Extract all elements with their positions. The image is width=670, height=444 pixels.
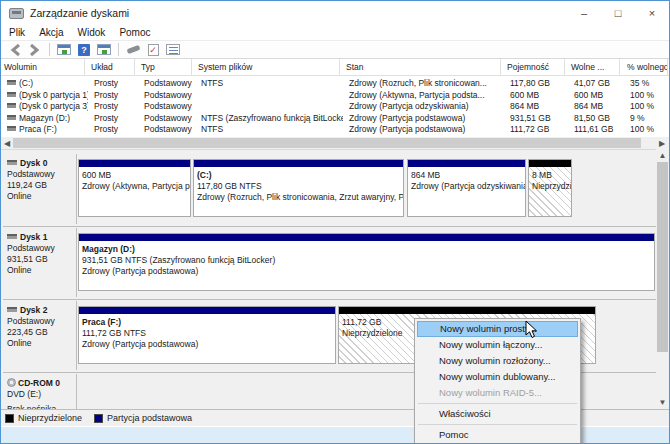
cell-wolumin: (Dysk 0 partycja 1) (4, 90, 88, 102)
disk-label-box[interactable]: Dysk 1Podstawowy931,51 GBOnline (3, 228, 77, 297)
cell-%wolnego: 100 % (627, 101, 670, 113)
cell-systemplikw (198, 101, 343, 113)
back-icon[interactable] (7, 43, 23, 57)
cell-pojemno: 600 MB (507, 90, 568, 102)
vscroll-thumb[interactable] (657, 162, 668, 352)
cell-systemplikw: NTFS (Zaszyfrowano funkcją BitLocker) (198, 113, 343, 125)
toolbar: ?✓ (1, 40, 669, 59)
column-header-6[interactable]: Wolne ... (568, 59, 620, 76)
cd-disc-icon (7, 378, 16, 387)
partition-label: Praca (F:) (82, 317, 332, 328)
context-menu-item-3[interactable]: Nowy wolumin dublowany... (417, 369, 578, 385)
disk-name: Dysk 1 (7, 232, 74, 243)
menubar-item-akcja[interactable]: Akcja (39, 27, 63, 38)
cell-pojemno: 931,51 GB (507, 113, 568, 125)
context-menu-item-1[interactable]: Nowy wolumin łączony... (417, 337, 578, 353)
cell-stan: Zdrowy (Partycja podstawowa) (346, 113, 504, 125)
context-menu-item-0[interactable]: Nowy wolumin prosty... (417, 321, 578, 337)
partition-box[interactable]: (C:)117,80 GB NTFSZdrowy (Rozruch, Plik … (193, 159, 404, 217)
partition-color-stripe (194, 160, 403, 167)
volume-icon (7, 115, 16, 120)
scroll-right-icon[interactable]: ▶ (656, 137, 668, 149)
minimize-button[interactable]: – (567, 1, 601, 25)
volume-list-pane: WoluminUkładTypSystem plikówStanPojemnoś… (1, 59, 669, 137)
volume-name: (Dysk 0 partycja 3) (19, 101, 88, 111)
column-header-1[interactable]: Układ (88, 59, 135, 76)
column-header-0[interactable]: Wolumin (1, 59, 85, 76)
disk-row-dysk-0: Dysk 0Podstawowy119,24 GBOnline600 MBZdr… (3, 153, 657, 225)
context-menu-item-8[interactable]: Pomoc (417, 427, 578, 443)
partition-text: 600 MBZdrowy (Aktywna, Partycja podstawo… (79, 167, 190, 192)
partition-color-stripe (529, 160, 571, 167)
check-icon[interactable]: ✓ (145, 43, 161, 57)
horizontal-scrollbar[interactable]: ◀ ▶ (1, 137, 669, 149)
disk-status: Online (7, 265, 74, 276)
column-header-5[interactable]: Pojemność (504, 59, 565, 76)
scroll-left-icon[interactable]: ◀ (1, 137, 13, 149)
cell-pojemno: 864 MB (507, 101, 568, 113)
cell-wolumin: Praca (F:) (4, 124, 88, 136)
table-row[interactable]: Magazyn (D:)ProstyPodstawowyNTFS (Zaszyf… (1, 113, 669, 125)
table-row[interactable]: (Dysk 0 partycja 1)ProstyPodstawowyZdrow… (1, 90, 669, 102)
disk-status: Online (7, 338, 74, 349)
disk-status: Online (7, 191, 74, 202)
properties-icon[interactable] (165, 43, 181, 57)
cell-wolne: 41,07 GB (571, 78, 623, 90)
cdrom-label-box[interactable]: CD-ROM 0DVD (E:)Brak nośnika (3, 374, 77, 409)
partition-status-line: Zdrowy (Partycja podstawowa) (82, 266, 651, 277)
menubar-item-plik[interactable]: Plik (9, 27, 25, 38)
partition-size-line: 8 MB (532, 170, 568, 181)
menubar-item-pomoc[interactable]: Pomoc (119, 27, 150, 38)
cell-ukad: Prosty (91, 101, 138, 113)
cell-stan: Zdrowy (Aktywna, Partycja podsta... (346, 90, 504, 102)
column-header-7[interactable]: % wolnego (624, 59, 668, 76)
cell-typ: Podstawowy (141, 90, 195, 102)
console-window-icon[interactable] (56, 43, 72, 57)
help-icon[interactable]: ? (76, 43, 92, 57)
app-icon (9, 8, 24, 19)
legend-item-0: Nieprzydzielone (5, 413, 82, 423)
manage-icon[interactable] (125, 43, 141, 57)
partition-box[interactable]: 864 MBZdrowy (Partycja odzyskiwania) (407, 159, 526, 217)
context-menu-item-2[interactable]: Nowy wolumin rozłożony... (417, 353, 578, 369)
table-row[interactable]: (C:)ProstyPodstawowyNTFSZdrowy (Rozruch,… (1, 78, 669, 90)
disk-name-text: Dysk 2 (20, 305, 47, 315)
table-row[interactable]: Praca (F:)ProstyPodstawowyNTFSZdrowy (Pa… (1, 124, 669, 136)
disk-drive-icon (7, 307, 17, 312)
context-menu-item-6[interactable]: Właściwości (417, 406, 578, 422)
close-button[interactable]: × (635, 1, 669, 25)
cell-typ: Podstawowy (141, 78, 195, 90)
column-header-3[interactable]: System plików (195, 59, 340, 76)
partition-box[interactable]: Magazyn (D:)931,51 GB NTFS (Zaszyfrowano… (78, 233, 655, 291)
column-header-2[interactable]: Typ (138, 59, 192, 76)
cell-%wolnego: 9 % (627, 113, 670, 125)
vertical-scrollbar[interactable]: ▲ ▼ (656, 149, 669, 409)
disk-label-box[interactable]: Dysk 2Podstawowy223,45 GBOnline (3, 301, 77, 370)
cell-systemplikw: NTFS (198, 78, 343, 90)
partition-box[interactable]: 600 MBZdrowy (Aktywna, Partycja podstawo… (78, 159, 191, 217)
scroll-down-icon[interactable]: ▼ (656, 396, 669, 409)
disk-name: Dysk 2 (7, 305, 74, 316)
column-header-4[interactable]: Stan (343, 59, 501, 76)
cell-stan: Zdrowy (Partycja odzyskiwania) (346, 101, 504, 113)
table-row[interactable]: (Dysk 0 partycja 3)ProstyPodstawowyZdrow… (1, 101, 669, 113)
partition-status-line: Zdrowy (Aktywna, Partycja podstawowa) (82, 181, 187, 192)
hscroll-thumb[interactable] (13, 138, 641, 148)
disk-management-window: Zarządzanie dyskami – □ × PlikAkcjaWidok… (0, 0, 670, 444)
manage-icon-glyph (126, 45, 140, 54)
legend-swatch (94, 414, 103, 423)
partition-box[interactable]: Praca (F:)111,72 GB NTFSZdrowy (Partycja… (78, 306, 336, 364)
context-menu-separator (418, 403, 577, 404)
disk-label-box[interactable]: Dysk 0Podstawowy119,24 GBOnline (3, 154, 77, 224)
legend-label: Partycja podstawowa (107, 413, 192, 423)
partition-color-stripe (408, 160, 525, 167)
maximize-button[interactable]: □ (601, 1, 635, 25)
legend-label: Nieprzydzielone (18, 413, 82, 423)
disk-size: 931,51 GB (7, 254, 74, 265)
scroll-up-icon[interactable]: ▲ (656, 149, 669, 162)
partition-text: Magazyn (D:)931,51 GB NTFS (Zaszyfrowano… (79, 241, 654, 277)
menubar-item-widok[interactable]: Widok (78, 27, 106, 38)
forward-icon[interactable] (27, 43, 43, 57)
unallocated-region[interactable]: 8 MBNieprzydzielone (528, 159, 572, 217)
action-pane-icon[interactable] (96, 43, 112, 57)
